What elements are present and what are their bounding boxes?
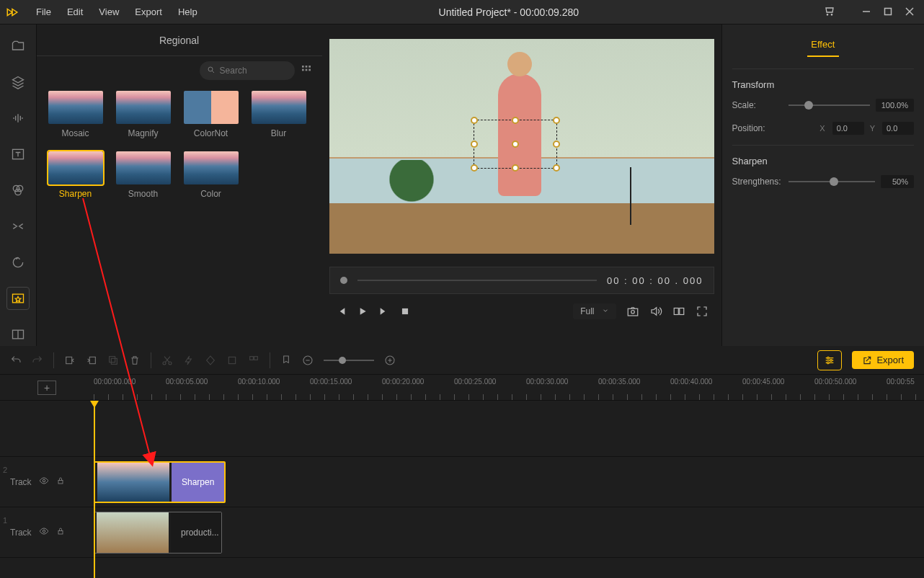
scale-slider[interactable] xyxy=(788,105,870,106)
track-number: 1 xyxy=(3,516,7,525)
svg-rect-18 xyxy=(302,68,304,71)
close-icon[interactable] xyxy=(905,6,914,19)
svg-point-45 xyxy=(827,362,830,364)
search-input[interactable] xyxy=(220,66,285,76)
effect-clip-sharpen[interactable]: Sharpen xyxy=(94,461,226,503)
svg-rect-29 xyxy=(110,356,115,362)
effect-region-selector[interactable] xyxy=(474,120,557,169)
titlebar: File Edit View Export Help Untitled Proj… xyxy=(0,0,924,25)
add-track-button[interactable]: + xyxy=(37,381,56,395)
menu-view[interactable]: View xyxy=(92,2,126,22)
svg-point-8 xyxy=(17,185,22,191)
preview-size-select[interactable]: Full xyxy=(573,303,616,319)
grid-view-icon[interactable] xyxy=(301,64,312,78)
effect-smooth[interactable]: Smooth xyxy=(116,151,171,199)
media-icon[interactable] xyxy=(6,35,30,58)
menu-file[interactable]: File xyxy=(29,2,58,22)
visibility-icon[interactable] xyxy=(39,526,49,538)
timeline-ruler[interactable]: + 00:00:00.000 00:00:05.000 00:00:10.000… xyxy=(0,375,924,401)
transitions-icon[interactable] xyxy=(6,215,30,238)
position-x-input[interactable]: 0.0 xyxy=(832,122,864,135)
delete-icon[interactable] xyxy=(129,355,141,366)
split-icon[interactable] xyxy=(6,323,30,346)
next-frame-icon[interactable] xyxy=(378,306,390,317)
text-icon[interactable] xyxy=(6,143,30,166)
svg-rect-22 xyxy=(628,308,638,316)
crop-icon[interactable] xyxy=(226,355,238,366)
effect-mosaic[interactable]: Mosaic xyxy=(48,91,103,138)
properties-tab-effect[interactable]: Effect xyxy=(732,33,914,55)
snapshot-icon[interactable] xyxy=(626,305,639,318)
cart-icon[interactable] xyxy=(823,5,835,19)
maximize-icon[interactable] xyxy=(884,6,892,19)
playhead[interactable] xyxy=(94,401,95,578)
effect-color[interactable]: Color xyxy=(184,151,239,199)
keyframe-icon[interactable] xyxy=(205,355,216,366)
svg-rect-34 xyxy=(254,356,258,360)
menu-help[interactable]: Help xyxy=(171,2,205,22)
timeline-body: 2 Track Sharpen 1 Track producti... xyxy=(0,401,924,578)
zoom-out-icon[interactable] xyxy=(302,355,314,366)
effects-search-row xyxy=(37,56,322,85)
effects-panel: Regional Mosaic Magnify ColorNot Blur Sh… xyxy=(37,25,322,346)
timeline-toolbar: Export xyxy=(0,346,924,375)
effect-colornot[interactable]: ColorNot xyxy=(184,91,239,138)
effect-blur[interactable]: Blur xyxy=(252,91,306,138)
strengthens-slider[interactable] xyxy=(788,181,875,182)
ruler-tick: 00:00:55 xyxy=(887,378,915,386)
video-clip[interactable]: producti... xyxy=(94,512,222,553)
svg-point-1 xyxy=(831,14,832,14)
volume-icon[interactable] xyxy=(649,305,662,318)
layers-icon[interactable] xyxy=(6,71,30,94)
ruler-tick: 00:00:40.000 xyxy=(670,378,712,386)
fullscreen-icon[interactable] xyxy=(696,305,708,318)
lock-icon[interactable] xyxy=(56,527,65,538)
effects-grid: Mosaic Magnify ColorNot Blur Sharpen Smo… xyxy=(37,85,322,205)
copy-icon[interactable] xyxy=(107,355,119,366)
svg-rect-17 xyxy=(308,66,311,68)
zoom-slider[interactable] xyxy=(324,360,374,361)
stop-icon[interactable] xyxy=(400,306,410,316)
cut-icon[interactable] xyxy=(161,355,173,366)
position-y-input[interactable]: 0.0 xyxy=(882,122,914,135)
window-title: Untitled Project* - 00:00:09.280 xyxy=(205,6,813,18)
menu-export[interactable]: Export xyxy=(128,2,169,22)
track-label: Track xyxy=(10,477,32,487)
motion-icon[interactable] xyxy=(6,251,30,274)
prev-frame-icon[interactable] xyxy=(335,306,347,317)
preview-video[interactable] xyxy=(329,39,714,254)
effect-sharpen[interactable]: Sharpen xyxy=(48,151,103,199)
scale-value[interactable]: 100.0% xyxy=(876,99,914,112)
minimize-icon[interactable] xyxy=(862,6,871,19)
mark-out-icon[interactable] xyxy=(86,355,97,366)
zoom-in-icon[interactable] xyxy=(384,355,396,366)
lock-icon[interactable] xyxy=(56,476,65,487)
speed-icon[interactable] xyxy=(183,355,195,366)
audio-icon[interactable] xyxy=(6,107,30,130)
y-label: Y xyxy=(870,124,875,133)
export-button[interactable]: Export xyxy=(852,351,914,369)
x-label: X xyxy=(819,124,825,133)
undo-icon[interactable] xyxy=(10,355,22,366)
marker-icon[interactable] xyxy=(280,355,292,366)
effect-magnify[interactable]: Magnify xyxy=(116,91,171,138)
redo-icon[interactable] xyxy=(32,355,43,366)
play-controls: Full xyxy=(329,297,714,326)
play-icon[interactable] xyxy=(357,306,368,317)
compare-icon[interactable] xyxy=(672,305,685,318)
svg-rect-10 xyxy=(12,294,23,303)
grid-icon[interactable] xyxy=(248,355,259,366)
timeline-settings-icon[interactable] xyxy=(817,350,842,370)
track-number: 2 xyxy=(3,466,7,474)
visibility-icon[interactable] xyxy=(39,476,49,488)
scrubber-handle[interactable] xyxy=(340,277,347,284)
search-box[interactable] xyxy=(200,61,295,80)
strengthens-value[interactable]: 50% xyxy=(881,175,914,188)
svg-rect-3 xyxy=(885,8,892,14)
scrubber[interactable]: 00 : 00 : 00 . 000 xyxy=(329,267,714,294)
preview-panel: 00 : 00 : 00 . 000 Full xyxy=(322,25,721,346)
menu-edit[interactable]: Edit xyxy=(60,2,90,22)
mark-in-icon[interactable] xyxy=(64,355,76,366)
effects-icon[interactable] xyxy=(6,287,30,310)
filters-icon[interactable] xyxy=(6,179,30,202)
